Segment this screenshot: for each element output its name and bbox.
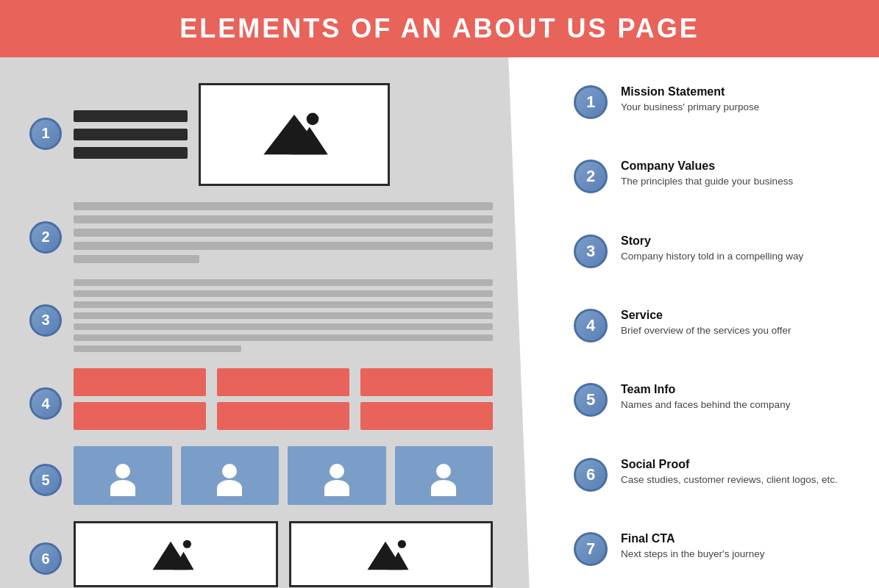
proof-image-2 [289,521,494,587]
badge-3: 3 [29,304,62,337]
block-row-1 [74,368,493,396]
svg-point-2 [307,113,319,126]
right-title-4: Service [621,309,791,322]
person-icon [429,456,458,496]
text-lines-3 [74,279,493,352]
right-text-3: Story Company history told in a compelli… [621,234,803,264]
text-line [74,215,493,223]
page-header: ELEMENTS OF AN ABOUT US PAGE [0,0,879,57]
text-lines-2 [74,202,493,263]
person-body [110,480,135,496]
section-1-visual [74,83,493,186]
person-head [436,464,451,478]
right-panel: 1 Mission Statement Your business' prima… [530,57,879,588]
text-line [74,345,241,352]
right-title-3: Story [621,234,803,248]
person-head [115,464,130,478]
section-row-2: 2 [74,202,493,272]
section-4-content [74,368,493,439]
hamburger-menu [74,103,188,166]
mountain-small-icon-2 [365,533,416,576]
right-item-3: 3 Story Company history told in a compel… [574,234,857,268]
section-3-content [74,279,493,361]
text-line [74,255,199,263]
person-head [330,464,344,478]
left-panel: 1 [0,57,530,588]
service-block [360,368,493,396]
right-text-1: Mission Statement Your business' primary… [621,85,759,115]
person-body [431,480,456,496]
right-badge-5: 5 [574,383,608,417]
text-line [74,312,493,319]
service-block [217,402,349,430]
text-line [74,290,493,297]
right-badge-6: 6 [574,458,608,492]
section-row-5: 5 [74,446,493,514]
text-line [74,229,493,237]
hamburger-line-1 [74,110,188,122]
right-badge-7: 7 [574,532,608,566]
right-title-6: Social Proof [621,458,838,471]
proof-image-1 [74,521,278,587]
right-desc-6: Case studies, customer reviews, client l… [621,473,838,487]
hamburger-line-2 [74,129,188,140]
avatar-1 [74,446,172,505]
right-item-2: 2 Company Values The principles that gui… [574,159,857,193]
right-desc-3: Company history told in a compelling way [621,250,803,264]
hero-image-box [199,83,390,186]
right-badge-4: 4 [574,309,608,343]
section-row-4: 4 [74,368,493,439]
right-desc-5: Names and faces behind the company [621,398,790,412]
text-line [74,301,493,308]
right-item-1: 1 Mission Statement Your business' prima… [574,85,857,119]
right-text-4: Service Brief overview of the services y… [621,309,791,338]
badge-6: 6 [29,542,62,575]
right-item-6: 6 Social Proof Case studies, customer re… [574,458,857,492]
badge-4: 4 [29,387,62,420]
svg-point-9 [398,539,406,548]
avatar-2 [181,446,280,505]
hamburger-line-3 [74,147,188,159]
service-block [74,368,206,396]
service-blocks [74,368,493,430]
right-badge-1: 1 [574,85,608,119]
right-text-5: Team Info Names and faces behind the com… [621,383,790,412]
right-title-5: Team Info [621,383,790,396]
right-item-7: 7 Final CTA Next steps in the buyer's jo… [574,532,857,566]
right-text-2: Company Values The principles that guide… [621,159,793,189]
social-proof-images [74,521,493,587]
right-desc-2: The principles that guide your business [621,175,793,189]
team-avatars [74,446,493,505]
person-body [217,480,242,496]
right-title-7: Final CTA [621,532,764,545]
section-row-6: 6 [74,521,493,588]
right-title-1: Mission Statement [621,85,759,98]
badge-1: 1 [29,118,62,150]
svg-point-6 [183,539,191,548]
person-body [324,480,349,496]
main-content: 1 [0,57,879,588]
person-icon [322,456,352,496]
right-item-4: 4 Service Brief overview of the services… [574,309,857,343]
section-5-content [74,446,493,514]
page-title: ELEMENTS OF AN ABOUT US PAGE [0,13,879,44]
section-row-1: 1 [74,72,493,195]
right-text-6: Social Proof Case studies, customer revi… [621,458,838,487]
service-block [217,368,349,396]
section-1-content [74,72,493,195]
mountain-small-icon-1 [150,533,202,576]
text-line [74,242,493,250]
person-icon [108,456,138,496]
avatar-3 [288,446,386,505]
badge-2: 2 [29,221,62,254]
right-badge-3: 3 [574,234,608,268]
person-icon [215,456,244,496]
text-line [74,279,493,286]
right-desc-7: Next steps in the buyer's journey [621,548,764,562]
right-title-2: Company Values [621,159,793,173]
text-line [74,202,493,210]
service-block [360,402,493,430]
mountain-icon [257,104,331,165]
service-block [74,402,206,430]
right-desc-4: Brief overview of the services you offer [621,324,791,338]
